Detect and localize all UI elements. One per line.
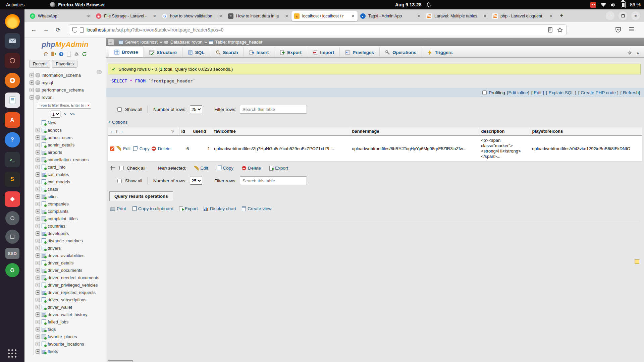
note-anchor-icon[interactable] bbox=[635, 259, 639, 264]
tree-table-item[interactable]: + driver_subscriptions bbox=[24, 296, 106, 303]
move-columns-left-icon[interactable]: ← bbox=[110, 129, 114, 134]
tree-table-item[interactable]: + distance_matrixes bbox=[24, 237, 106, 244]
expand-icon[interactable]: + bbox=[36, 239, 40, 243]
expand-icon[interactable]: + bbox=[36, 312, 40, 317]
tree-table-item[interactable]: + driver_documents bbox=[24, 266, 106, 274]
pocket-icon[interactable] bbox=[615, 27, 621, 33]
expand-icon[interactable]: + bbox=[36, 327, 40, 331]
tree-db-performance-schema[interactable]: + performance_schema bbox=[24, 86, 106, 94]
tab-close-icon[interactable]: × bbox=[549, 13, 553, 19]
tree-filter-input[interactable] bbox=[37, 102, 91, 109]
expand-icon[interactable]: + bbox=[30, 73, 34, 77]
new-tab-button[interactable]: + bbox=[556, 12, 568, 19]
tree-table-item[interactable]: + cancellation_reasons bbox=[24, 156, 106, 163]
expand-icon[interactable]: + bbox=[36, 305, 40, 309]
check-all-checkbox[interactable] bbox=[119, 166, 124, 170]
dock-libreoffice-icon[interactable] bbox=[5, 93, 20, 108]
dock-utility-icon[interactable] bbox=[5, 211, 19, 225]
tree-table-item[interactable]: + adhocs bbox=[24, 126, 106, 134]
show-all-checkbox[interactable] bbox=[117, 179, 122, 183]
expand-icon[interactable]: + bbox=[36, 172, 40, 177]
tree-db-rovon[interactable]: − rovon bbox=[24, 94, 106, 101]
tracking-shield-icon[interactable] bbox=[72, 27, 77, 33]
dock-sublime-icon[interactable]: S bbox=[5, 172, 20, 187]
tab-import[interactable]: Import bbox=[307, 47, 340, 57]
expand-icon[interactable]: + bbox=[36, 217, 40, 221]
page-info-icon[interactable] bbox=[80, 27, 84, 33]
tab-search[interactable]: Search bbox=[210, 47, 244, 57]
tree-table-item[interactable]: + fleets bbox=[24, 348, 106, 355]
expand-icon[interactable]: + bbox=[36, 202, 40, 206]
documentation-icon[interactable] bbox=[66, 51, 72, 57]
dock-utility2-icon[interactable] bbox=[5, 230, 19, 244]
tree-table-item[interactable]: + car_models bbox=[24, 178, 106, 185]
tree-table-item[interactable]: + complaint_titles bbox=[24, 215, 106, 222]
expand-icon[interactable]: + bbox=[36, 349, 40, 354]
filter-clear-icon[interactable]: × bbox=[88, 103, 90, 107]
tab-close-icon[interactable]: × bbox=[87, 13, 91, 19]
expand-icon[interactable]: + bbox=[36, 231, 40, 236]
expand-icon[interactable]: + bbox=[36, 180, 40, 184]
edit-inline-link[interactable]: [Edit inline] bbox=[507, 90, 529, 95]
collapse-sidebar-button[interactable]: ← bbox=[107, 39, 114, 45]
expand-icon[interactable]: + bbox=[36, 246, 40, 250]
profiling-checkbox[interactable] bbox=[482, 90, 487, 95]
dock-terminal-icon[interactable]: >_ bbox=[5, 152, 20, 167]
col-header-id[interactable]: id bbox=[179, 127, 191, 135]
edit-link[interactable]: [ Edit ] bbox=[531, 90, 544, 95]
copy-to-clipboard-link[interactable]: Copy to clipboard bbox=[132, 206, 173, 211]
browser-tab-validation[interactable]: G how to show validation × bbox=[159, 11, 225, 21]
explain-sql-link[interactable]: [ Explain SQL ] bbox=[546, 90, 576, 95]
col-header-bannerimage[interactable]: bannerimage bbox=[350, 127, 479, 135]
favorites-dropdown[interactable]: Favorites bbox=[52, 60, 77, 68]
bookmark-star-icon[interactable] bbox=[557, 27, 563, 33]
expand-icon[interactable]: + bbox=[36, 298, 40, 302]
browser-tab-laravel-tables[interactable]: Laravel: Multiple tables × bbox=[424, 11, 490, 21]
expand-icon[interactable]: + bbox=[36, 268, 40, 273]
browser-tab-insert-data[interactable]: ≡ How to insert data in la × bbox=[225, 11, 291, 21]
dock-app-icon[interactable] bbox=[5, 53, 20, 68]
help-icon[interactable]: ? bbox=[59, 51, 64, 57]
tab-privileges[interactable]: Privileges bbox=[340, 47, 380, 57]
tab-close-icon[interactable]: × bbox=[285, 13, 289, 19]
tree-table-item[interactable]: + driver_needed_documents bbox=[24, 274, 106, 281]
expand-icon[interactable]: + bbox=[36, 128, 40, 132]
browser-tab-whatsapp[interactable]: ✆ WhatsApp × bbox=[27, 11, 93, 21]
tab-browse[interactable]: Browse bbox=[109, 47, 144, 57]
with-selected-delete[interactable]: Delete bbox=[242, 166, 261, 171]
tab-close-icon[interactable]: × bbox=[351, 13, 355, 19]
browser-tab-tagxi[interactable]: ◐ Tagxi - Admin App × bbox=[358, 11, 424, 21]
tree-table-item[interactable]: + cities bbox=[24, 193, 106, 200]
row-edit-link[interactable]: Edit bbox=[123, 146, 130, 151]
create-view-link[interactable]: Create view bbox=[242, 206, 271, 211]
col-header-userid[interactable]: userid bbox=[191, 127, 212, 135]
breadcrumb-table[interactable]: Table: frontpage_header bbox=[215, 40, 263, 45]
tab-structure[interactable]: Structure bbox=[144, 47, 182, 57]
focused-app-menu[interactable]: Firefox Web Browser bbox=[50, 2, 105, 7]
tree-table-item[interactable]: + car_makes bbox=[24, 171, 106, 178]
back-button[interactable]: ← bbox=[29, 25, 39, 35]
maximize-button[interactable] bbox=[619, 11, 627, 20]
num-rows-select[interactable]: 25 bbox=[190, 105, 202, 113]
tab-close-icon[interactable]: × bbox=[219, 13, 223, 19]
dock-rhythmbox-icon[interactable] bbox=[5, 73, 20, 88]
recent-dropdown[interactable]: Recent bbox=[29, 60, 50, 68]
breadcrumb-database[interactable]: Database: rovon bbox=[170, 40, 202, 45]
tree-db-mysql[interactable]: + mysql bbox=[24, 79, 106, 86]
tree-new-table[interactable]: New bbox=[24, 119, 106, 126]
create-php-code-link[interactable]: [ Create PHP code ] bbox=[578, 90, 619, 95]
menu-hamburger-icon[interactable] bbox=[629, 27, 635, 32]
col-header-description[interactable]: description bbox=[479, 127, 530, 135]
expand-icon[interactable]: + bbox=[36, 194, 40, 199]
last-page-link[interactable]: >> bbox=[70, 112, 75, 117]
display-chart-link[interactable]: Display chart bbox=[204, 206, 236, 211]
minimize-button[interactable]: − bbox=[606, 11, 614, 20]
expand-icon[interactable]: + bbox=[36, 135, 40, 140]
tab-sql[interactable]: SQL bbox=[182, 47, 210, 57]
tree-table-item[interactable]: + airports bbox=[24, 148, 106, 156]
expand-icon[interactable]: + bbox=[36, 224, 40, 228]
expand-icon[interactable]: + bbox=[36, 143, 40, 147]
refresh-link[interactable]: [ Refresh] bbox=[620, 90, 640, 95]
system-status-area[interactable]: 86 % bbox=[590, 1, 641, 8]
tab-close-icon[interactable]: × bbox=[153, 13, 157, 19]
